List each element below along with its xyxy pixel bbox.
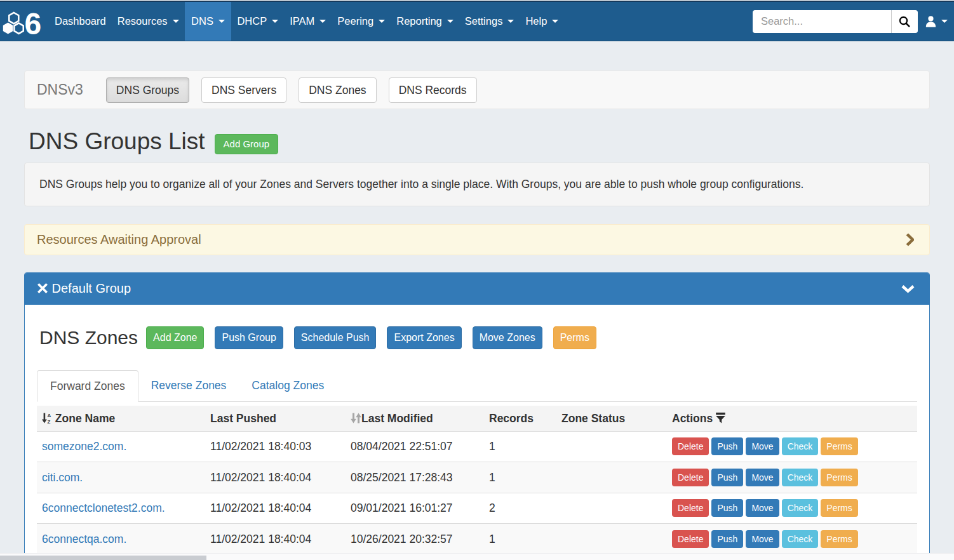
- svg-text:Z: Z: [48, 418, 51, 423]
- svg-text:6: 6: [25, 7, 42, 41]
- svg-text:A: A: [48, 413, 51, 418]
